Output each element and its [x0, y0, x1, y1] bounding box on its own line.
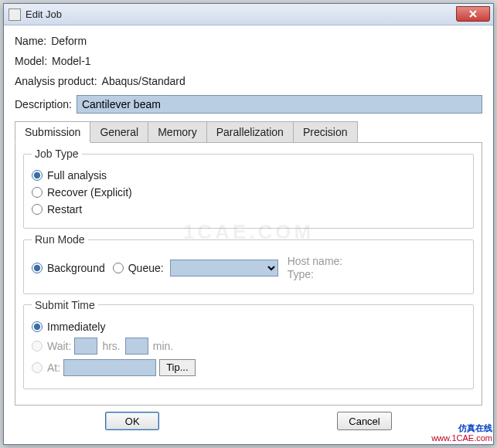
submit-time-legend: Submit Time: [32, 299, 98, 311]
run-mode-group: Run Mode Background Queue: Host name: Ty…: [23, 233, 474, 294]
radio-immediately-label: Immediately: [47, 321, 105, 333]
cancel-button[interactable]: Cancel: [337, 412, 391, 430]
name-row: Name: Deform: [15, 35, 482, 47]
tip-button[interactable]: Tip...: [159, 359, 195, 376]
run-mode-queue-row[interactable]: Queue:: [113, 262, 164, 274]
radio-full-analysis-label: Full analysis: [47, 169, 107, 182]
tab-memory[interactable]: Memory: [148, 121, 207, 143]
submit-immediately-row[interactable]: Immediately: [32, 321, 465, 333]
wait-hrs-label: hrs.: [102, 340, 120, 352]
submit-wait-row: Wait: hrs. min.: [32, 338, 465, 355]
job-type-legend: Job Type: [32, 148, 82, 160]
radio-restart-label: Restart: [47, 203, 82, 216]
dialog-footer: OK Cancel: [15, 406, 482, 438]
description-label: Description:: [15, 98, 72, 110]
tab-parallelization[interactable]: Parallelization: [206, 121, 294, 143]
submit-at-row: At: Tip...: [32, 359, 465, 376]
dialog-body: Name: Deform Model: Model-1 Analysis pro…: [4, 25, 493, 444]
product-value: Abaqus/Standard: [102, 75, 186, 87]
wait-min-input[interactable]: [125, 338, 148, 355]
at-time-input[interactable]: [63, 359, 156, 376]
edit-job-dialog: Edit Job Name: Deform Model: Model-1 Ana…: [3, 3, 494, 445]
tab-general[interactable]: General: [90, 121, 148, 143]
radio-recover-label: Recover (Explicit): [47, 186, 132, 199]
radio-full-analysis[interactable]: [32, 170, 43, 181]
radio-restart[interactable]: [32, 204, 43, 215]
job-type-restart-row[interactable]: Restart: [32, 203, 465, 216]
close-button[interactable]: [456, 6, 490, 22]
run-mode-info: Host name: Type:: [288, 255, 343, 281]
tab-submission[interactable]: Submission: [15, 121, 90, 143]
model-label: Model:: [15, 55, 47, 67]
name-label: Name:: [15, 35, 46, 47]
name-value: Deform: [51, 35, 87, 47]
app-icon: [9, 8, 21, 21]
window-title: Edit Job: [26, 8, 62, 20]
job-type-recover-row[interactable]: Recover (Explicit): [32, 186, 465, 199]
ok-button[interactable]: OK: [105, 412, 159, 430]
tab-bar: Submission General Memory Parallelizatio…: [15, 121, 482, 143]
host-name-label: Host name:: [288, 255, 343, 268]
run-mode-inner: Background Queue: Host name: Type:: [32, 255, 465, 281]
radio-at: [32, 362, 43, 373]
radio-queue-label: Queue:: [128, 262, 164, 274]
job-type-full-row[interactable]: Full analysis: [32, 169, 465, 182]
radio-recover[interactable]: [32, 187, 43, 198]
wait-hrs-input[interactable]: [74, 338, 97, 355]
run-mode-legend: Run Mode: [32, 233, 88, 246]
radio-background[interactable]: [32, 263, 43, 273]
description-row: Description:: [15, 95, 482, 114]
tab-panel-submission: Job Type Full analysis Recover (Explicit…: [15, 142, 482, 406]
close-icon: [468, 10, 478, 18]
wait-min-label: min.: [153, 340, 173, 352]
type-label: Type:: [288, 268, 343, 281]
titlebar: Edit Job: [4, 4, 493, 25]
model-row: Model: Model-1: [15, 55, 482, 67]
description-input[interactable]: [77, 95, 482, 114]
tab-precision[interactable]: Precision: [293, 121, 358, 143]
job-type-group: Job Type Full analysis Recover (Explicit…: [23, 148, 474, 229]
product-label: Analysis product:: [15, 75, 97, 87]
submit-time-group: Submit Time Immediately Wait: hrs. min. …: [23, 299, 474, 389]
radio-background-label: Background: [47, 262, 105, 274]
radio-queue[interactable]: [113, 263, 124, 273]
radio-at-label: At:: [47, 361, 60, 374]
queue-select[interactable]: [170, 260, 278, 277]
model-value: Model-1: [52, 55, 91, 67]
radio-wait: [32, 341, 43, 351]
product-row: Analysis product: Abaqus/Standard: [15, 75, 482, 87]
radio-wait-label: Wait:: [47, 340, 71, 352]
run-mode-background-row[interactable]: Background: [32, 262, 105, 274]
radio-immediately[interactable]: [32, 321, 43, 332]
